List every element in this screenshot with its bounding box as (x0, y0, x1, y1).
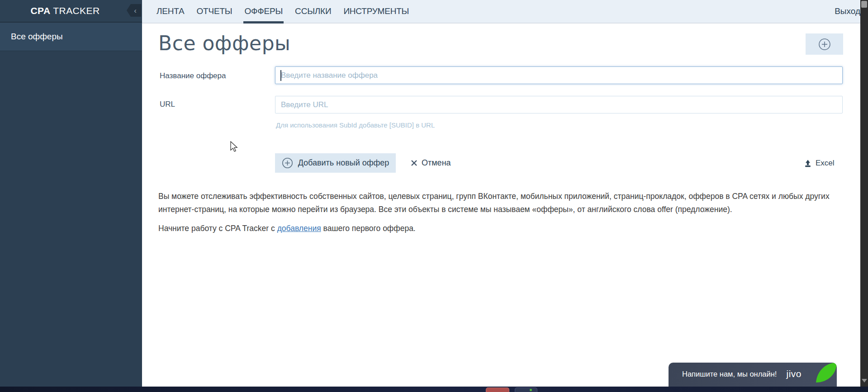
logout-link[interactable]: Выход (835, 0, 860, 23)
offer-url-input[interactable] (275, 96, 843, 113)
plus-circle-icon (282, 157, 293, 169)
subid-hint: Для использования SubId добавьте [SUBID]… (276, 121, 435, 129)
cancel-label: Отмена (422, 158, 451, 168)
url-label: URL (160, 100, 175, 109)
scrollbar-down-arrow-icon[interactable] (862, 379, 867, 383)
getting-started-text: Начните работу с CPA Tracker с (158, 224, 277, 233)
sidebar-item-all-offers[interactable]: Все офферы (0, 23, 142, 51)
chat-message: Напишите нам, мы онлайн! (682, 370, 777, 378)
green-dot (530, 389, 532, 391)
app-window: CPA TRACKER ‹ Все офферы ЛЕНТА ОТЧЕТЫ ОФ… (0, 0, 868, 392)
offer-name-input[interactable] (275, 66, 843, 84)
app-logo-bold: CPA (31, 5, 51, 16)
tab-links[interactable]: ССЫЛКИ (295, 0, 331, 23)
offer-name-label: Название оффера (160, 71, 226, 80)
sidebar-header: CPA TRACKER ‹ (0, 0, 142, 23)
tab-tools[interactable]: ИНСТРУМЕНТЫ (343, 0, 409, 23)
add-new-offer-button[interactable]: Добавить новый оффер (275, 153, 396, 173)
page-title: Все офферы (158, 32, 290, 55)
add-offer-top-button[interactable] (806, 33, 843, 55)
text-caret (280, 70, 281, 81)
app-logo: CPA TRACKER (31, 5, 112, 16)
plus-circle-icon (818, 38, 831, 51)
tab-feed[interactable]: ЛЕНТА (157, 0, 185, 23)
background-dark-button (515, 387, 537, 392)
vertical-scrollbar[interactable] (860, 0, 868, 392)
main-content: Все офферы Название оффера URL Для испол… (142, 24, 860, 387)
top-navigation: ЛЕНТА ОТЧЕТЫ ОФФЕРЫ ССЫЛКИ ИНСТРУМЕНТЫ (142, 0, 860, 24)
jivo-logo: jivo (786, 368, 802, 379)
jivo-leaf-icon (816, 363, 837, 383)
background-red-button (486, 387, 509, 392)
add-new-offer-label: Добавить новый оффер (298, 158, 389, 168)
scrollbar-thumb[interactable] (861, 1, 867, 8)
add-first-offer-link[interactable]: добавления (277, 224, 321, 233)
cancel-button[interactable]: Отмена (411, 153, 460, 173)
getting-started-paragraph: Начните работу с CPA Tracker с добавлени… (158, 222, 844, 235)
sidebar: CPA TRACKER ‹ Все офферы (0, 0, 142, 387)
upload-icon (803, 159, 812, 168)
close-icon (411, 160, 417, 166)
description-block: Вы можете отслеживать эффективность собс… (158, 190, 844, 235)
chevron-left-icon: ‹ (134, 7, 137, 14)
app-logo-rest: TRACKER (50, 5, 100, 16)
excel-export-button[interactable]: Excel (803, 153, 844, 173)
excel-label: Excel (816, 159, 835, 168)
chat-widget[interactable]: Напишите нам, мы онлайн! jivo (669, 363, 837, 387)
background-window-strip (0, 387, 868, 392)
sidebar-collapse-button[interactable]: ‹ (127, 4, 141, 17)
description-paragraph: Вы можете отслеживать эффективность собс… (158, 190, 844, 216)
getting-started-text-end: вашего первого оффера. (321, 224, 416, 233)
tab-offers[interactable]: ОФФЕРЫ (244, 0, 283, 23)
tab-reports[interactable]: ОТЧЕТЫ (197, 0, 232, 23)
